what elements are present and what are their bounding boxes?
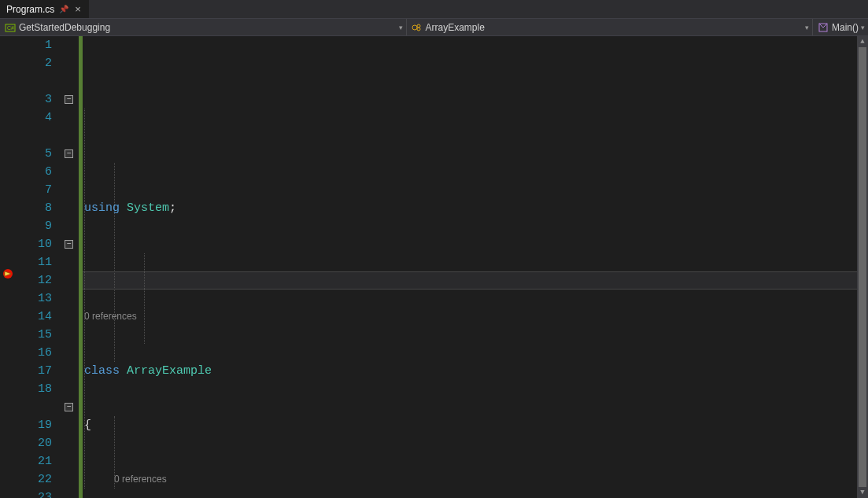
svg-point-2 bbox=[412, 25, 417, 30]
code-line[interactable]: using System; bbox=[83, 199, 868, 217]
nav-member-label: Main() bbox=[832, 22, 859, 33]
class-icon bbox=[412, 22, 423, 33]
code-line[interactable]: class ArrayExample bbox=[83, 362, 868, 380]
scroll-up-icon[interactable]: ▲ bbox=[857, 36, 868, 47]
svg-point-4 bbox=[417, 28, 420, 31]
nav-project-dropdown[interactable]: C# GetStartedDebugging ▾ bbox=[0, 19, 407, 35]
code-line[interactable]: { bbox=[83, 416, 868, 434]
fold-toggle[interactable]: − bbox=[65, 403, 73, 411]
code-line[interactable] bbox=[83, 253, 868, 271]
line-number: 16 bbox=[16, 344, 52, 362]
line-number: 8 bbox=[16, 199, 52, 217]
breakpoint-current-icon[interactable] bbox=[2, 268, 13, 279]
line-number: 15 bbox=[16, 326, 52, 344]
nav-project-label: GetStartedDebugging bbox=[19, 22, 110, 33]
file-tab[interactable]: Program.cs 📌 × bbox=[0, 0, 89, 18]
line-number: 23 bbox=[16, 489, 52, 498]
line-number: 21 bbox=[16, 452, 52, 470]
close-icon[interactable]: × bbox=[73, 3, 83, 15]
line-number: 3 bbox=[16, 90, 52, 109]
line-number: 1 bbox=[16, 36, 52, 54]
codelens[interactable]: 0 references bbox=[83, 308, 868, 326]
chevron-down-icon: ▾ bbox=[861, 24, 865, 31]
line-number: 12 bbox=[16, 271, 52, 290]
code-area[interactable]: using System; 0 references class ArrayEx… bbox=[83, 36, 868, 498]
line-number: 2 bbox=[16, 54, 52, 72]
line-number: 18 bbox=[16, 380, 52, 398]
fold-toggle[interactable]: − bbox=[65, 95, 73, 104]
fold-column: − − − − bbox=[63, 36, 79, 498]
line-number: 5 bbox=[16, 145, 52, 163]
line-number-gutter: 1 2 3 4 5 6 7 8 9 10 11 12 13 14 15 16 1… bbox=[16, 36, 63, 498]
line-number: 13 bbox=[16, 290, 52, 308]
fold-toggle[interactable]: − bbox=[65, 149, 73, 158]
line-number: 22 bbox=[16, 470, 52, 489]
line-number: 20 bbox=[16, 434, 52, 452]
codelens[interactable]: 0 references bbox=[83, 470, 868, 489]
tab-title: Program.cs bbox=[6, 4, 54, 15]
tab-bar: Program.cs 📌 × bbox=[0, 0, 868, 19]
line-number: 10 bbox=[16, 235, 52, 253]
svg-point-3 bbox=[417, 24, 420, 28]
editor: 1 2 3 4 5 6 7 8 9 10 11 12 13 14 15 16 1… bbox=[0, 36, 868, 498]
line-number: 17 bbox=[16, 362, 52, 380]
line-number: 11 bbox=[16, 253, 52, 271]
pin-icon[interactable]: 📌 bbox=[59, 5, 68, 13]
project-icon: C# bbox=[5, 22, 16, 33]
method-icon bbox=[818, 22, 829, 33]
fold-toggle[interactable]: − bbox=[65, 240, 73, 249]
chevron-down-icon: ▾ bbox=[805, 24, 809, 31]
line-number: 6 bbox=[16, 163, 52, 181]
line-number: 19 bbox=[16, 416, 52, 434]
chevron-down-icon: ▾ bbox=[399, 24, 403, 31]
scroll-down-icon[interactable]: ▼ bbox=[857, 487, 868, 498]
line-number: 14 bbox=[16, 308, 52, 326]
nav-class-label: ArrayExample bbox=[426, 22, 485, 33]
svg-text:C#: C# bbox=[7, 25, 14, 31]
line-number: 9 bbox=[16, 217, 52, 235]
line-number: 4 bbox=[16, 109, 52, 127]
line-number: 7 bbox=[16, 181, 52, 199]
vertical-scrollbar[interactable]: ▲ ▼ bbox=[857, 36, 868, 498]
nav-member-dropdown[interactable]: Main() ▾ bbox=[813, 19, 868, 35]
current-line-highlight bbox=[83, 271, 868, 290]
scrollbar-thumb[interactable] bbox=[859, 47, 866, 498]
glyph-margin[interactable] bbox=[0, 36, 16, 498]
nav-class-dropdown[interactable]: ArrayExample ▾ bbox=[407, 19, 814, 35]
navigation-bar: C# GetStartedDebugging ▾ ArrayExample ▾ … bbox=[0, 19, 868, 36]
